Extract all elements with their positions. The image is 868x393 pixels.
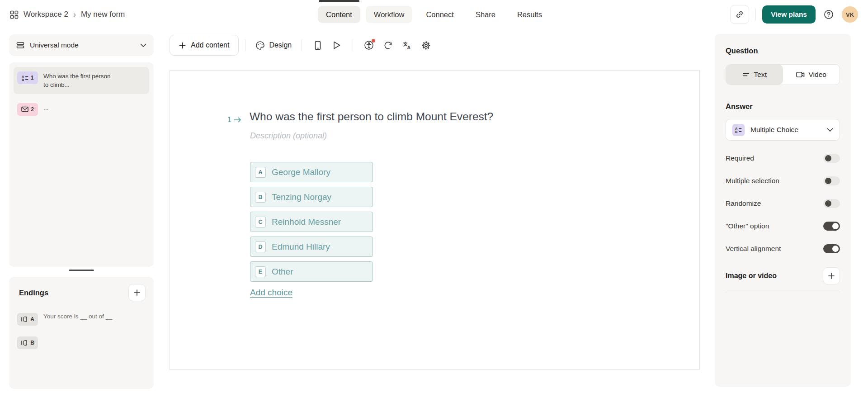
top-bar: Workspace 2 › My new form Content Workfl… — [0, 0, 868, 29]
choice-option-a[interactable]: A George Mallory — [250, 162, 373, 182]
help-button[interactable] — [822, 8, 835, 21]
question-title[interactable]: Who was the first person to climb Mount … — [250, 110, 493, 123]
notification-dot — [372, 39, 375, 43]
segment-text[interactable]: Text — [726, 65, 783, 85]
ending-badge: B — [17, 336, 38, 349]
mode-selector[interactable]: Universal mode — [9, 34, 154, 56]
add-ending-button[interactable] — [128, 284, 146, 301]
main-nav-tabs: Content Workflow Connect Share Results — [318, 0, 550, 29]
choice-option-e[interactable]: E Other — [250, 261, 373, 282]
answer-type-dropdown[interactable]: A B Multiple Choice — [726, 119, 840, 141]
arrow-right-icon — [234, 117, 241, 123]
toggle-knob — [832, 223, 839, 229]
add-image-button[interactable] — [823, 267, 840, 284]
tab-label: Workflow — [374, 10, 405, 19]
gear-icon — [421, 41, 431, 50]
answer-section-title: Answer — [726, 102, 840, 111]
svg-text:B: B — [735, 130, 738, 133]
endings-title: Endings — [19, 289, 48, 297]
panel-divider — [726, 292, 840, 292]
question-item-label: ... — [43, 103, 115, 113]
settings-button[interactable] — [416, 36, 435, 55]
vertical-alignment-toggle[interactable] — [823, 244, 840, 253]
add-choice-link[interactable]: Add choice — [250, 288, 292, 298]
copy-link-button[interactable] — [730, 5, 749, 24]
choice-label: Other — [272, 267, 293, 277]
help-icon — [823, 9, 834, 20]
setting-label: Required — [726, 154, 754, 162]
choice-option-d[interactable]: D Edmund Hillary — [250, 237, 373, 257]
panel-resize-handle[interactable] — [9, 267, 154, 273]
setting-label: "Other" option — [726, 222, 769, 230]
toolbar-divider — [302, 39, 302, 51]
choices-list: A George Mallory B Tenzing Norgay C Rein… — [250, 162, 373, 282]
setting-label: Multiple selection — [726, 177, 779, 185]
question-settings-panel: Question Text Video Answer A B — [715, 34, 851, 387]
breadcrumb-form-name[interactable]: My new form — [81, 10, 125, 19]
question-type-segmented-control: Text Video — [726, 64, 840, 85]
setting-label: Vertical alignment — [726, 245, 781, 253]
settings-list: Required Multiple selection Randomize "O… — [726, 147, 840, 260]
tab-share[interactable]: Share — [467, 6, 504, 23]
tab-connect[interactable]: Connect — [418, 6, 462, 23]
view-plans-button[interactable]: View plans — [762, 5, 816, 24]
image-section-title: Image or video — [726, 272, 777, 280]
recall-icon — [383, 41, 393, 50]
plus-icon — [828, 272, 835, 279]
accessibility-button[interactable] — [359, 36, 378, 55]
question-number: 2 — [31, 106, 34, 113]
segment-video[interactable]: Video — [783, 65, 840, 85]
segment-label: Video — [809, 71, 826, 79]
multiple-choice-icon: A B — [22, 75, 28, 81]
design-button[interactable]: Design — [252, 36, 295, 55]
tab-results[interactable]: Results — [509, 6, 550, 23]
recall-information-button[interactable] — [378, 36, 397, 55]
toggle-knob — [825, 155, 831, 161]
image-or-video-row: Image or video — [726, 267, 840, 284]
canvas-toolbar: Add content Design — [170, 35, 435, 56]
mobile-preview-button[interactable] — [308, 36, 327, 55]
question-item-1[interactable]: A B 1 Who was the first person to climb.… — [14, 67, 149, 94]
setting-label: Randomize — [726, 199, 761, 208]
palette-icon — [255, 41, 265, 50]
add-content-label: Add content — [191, 41, 229, 49]
required-toggle[interactable] — [823, 154, 840, 163]
choice-option-b[interactable]: B Tenzing Norgay — [250, 187, 373, 207]
multiple-selection-toggle[interactable] — [823, 176, 840, 185]
universal-mode-icon — [16, 42, 24, 49]
breadcrumb-workspace[interactable]: Workspace 2 — [24, 10, 68, 19]
translate-button[interactable]: A — [397, 36, 416, 55]
add-content-button[interactable]: Add content — [170, 35, 239, 56]
ending-item-b[interactable]: B — [15, 336, 147, 349]
toggle-knob — [825, 178, 831, 184]
question-badge: 2 — [17, 103, 38, 116]
play-icon — [333, 41, 341, 50]
endings-header: Endings — [15, 284, 147, 301]
question-badge: A B 1 — [17, 71, 38, 84]
design-label: Design — [269, 41, 292, 49]
question-description-placeholder[interactable]: Description (optional) — [250, 131, 327, 141]
email-icon — [21, 106, 28, 112]
questions-list: A B 1 Who was the first person to climb.… — [9, 62, 154, 267]
plus-icon — [133, 289, 141, 296]
ending-item-a[interactable]: A Your score is __ out of __ — [15, 313, 147, 326]
question-number: 1 — [227, 116, 231, 124]
tab-label: Content — [326, 10, 352, 19]
ending-screen-icon — [21, 340, 28, 346]
text-lines-icon — [742, 72, 750, 77]
randomize-toggle[interactable] — [823, 199, 840, 208]
choice-option-c[interactable]: C Reinhold Messner — [250, 212, 373, 232]
header-divider — [755, 9, 756, 20]
active-tab-indicator — [319, 0, 359, 2]
other-option-toggle[interactable] — [823, 222, 840, 231]
tab-content[interactable]: Content — [318, 6, 360, 23]
preview-play-button[interactable] — [327, 36, 346, 55]
tab-workflow[interactable]: Workflow — [366, 6, 413, 23]
sidebar: Universal mode A B 1 Who was the first p… — [9, 34, 154, 389]
setting-vertical-alignment: Vertical alignment — [726, 237, 840, 260]
avatar[interactable]: VK — [842, 6, 858, 23]
ending-screen-icon — [21, 316, 28, 322]
question-item-2[interactable]: 2 ... — [14, 99, 149, 120]
setting-multiple-selection: Multiple selection — [726, 170, 840, 192]
choice-label: Edmund Hillary — [272, 242, 330, 252]
